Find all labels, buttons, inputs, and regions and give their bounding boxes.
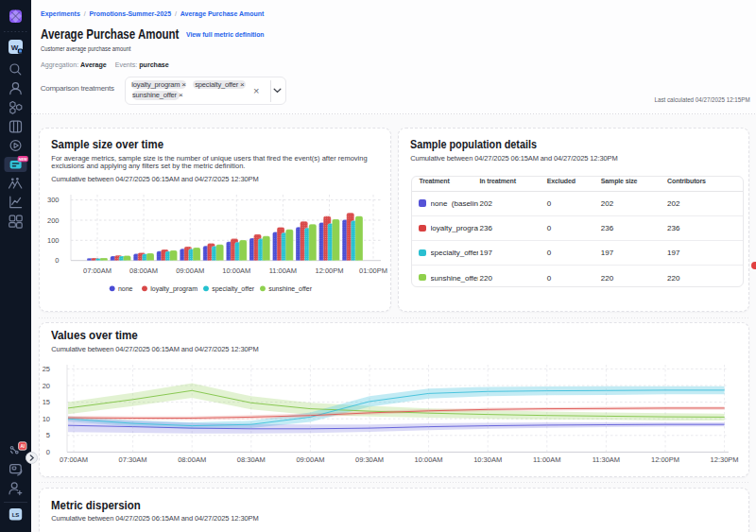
- svg-text:25: 25: [43, 365, 50, 373]
- svg-text:sunshine_offer: sunshine_offer: [268, 285, 312, 293]
- svg-text:12:00PM: 12:00PM: [651, 455, 679, 464]
- svg-text:09:00AM: 09:00AM: [176, 266, 204, 275]
- svg-text:08:00AM: 08:00AM: [178, 455, 206, 464]
- svg-text:12:30PM: 12:30PM: [711, 455, 739, 464]
- svg-text:none: none: [118, 285, 133, 292]
- svg-text:LS: LS: [12, 512, 20, 518]
- svg-text:0: 0: [55, 256, 59, 265]
- svg-text:100: 100: [47, 236, 60, 245]
- svg-text:W: W: [11, 43, 19, 52]
- svg-text:10:00AM: 10:00AM: [415, 455, 443, 464]
- svg-text:09:00AM: 09:00AM: [296, 455, 324, 464]
- svg-text:10:00AM: 10:00AM: [222, 266, 250, 275]
- svg-text:300: 300: [47, 196, 60, 204]
- svg-text:20: 20: [43, 382, 50, 390]
- svg-text:NEW: NEW: [19, 158, 27, 162]
- svg-text:0: 0: [46, 448, 50, 456]
- svg-text:08:00AM: 08:00AM: [129, 266, 158, 275]
- svg-text:specialty_offer: specialty_offer: [212, 285, 255, 293]
- svg-text:200: 200: [47, 216, 60, 225]
- svg-text:5: 5: [46, 431, 50, 439]
- svg-text:10: 10: [43, 415, 50, 423]
- svg-text:09:30AM: 09:30AM: [355, 455, 384, 464]
- svg-text:11:00AM: 11:00AM: [533, 455, 560, 464]
- svg-text:11:30AM: 11:30AM: [593, 455, 620, 464]
- svg-text:loyalty_program: loyalty_program: [150, 285, 198, 293]
- svg-text:01:00PM: 01:00PM: [359, 266, 387, 275]
- svg-text:07:00AM: 07:00AM: [60, 455, 88, 464]
- svg-text:10:30AM: 10:30AM: [473, 455, 502, 464]
- svg-text:15: 15: [43, 398, 50, 406]
- svg-text:AI: AI: [21, 444, 26, 449]
- svg-text:07:30AM: 07:30AM: [119, 455, 147, 464]
- svg-text:11:00AM: 11:00AM: [269, 266, 297, 275]
- svg-text:08:30AM: 08:30AM: [237, 455, 266, 464]
- svg-text:12:00PM: 12:00PM: [315, 266, 343, 275]
- svg-text:07:00AM: 07:00AM: [83, 266, 112, 275]
